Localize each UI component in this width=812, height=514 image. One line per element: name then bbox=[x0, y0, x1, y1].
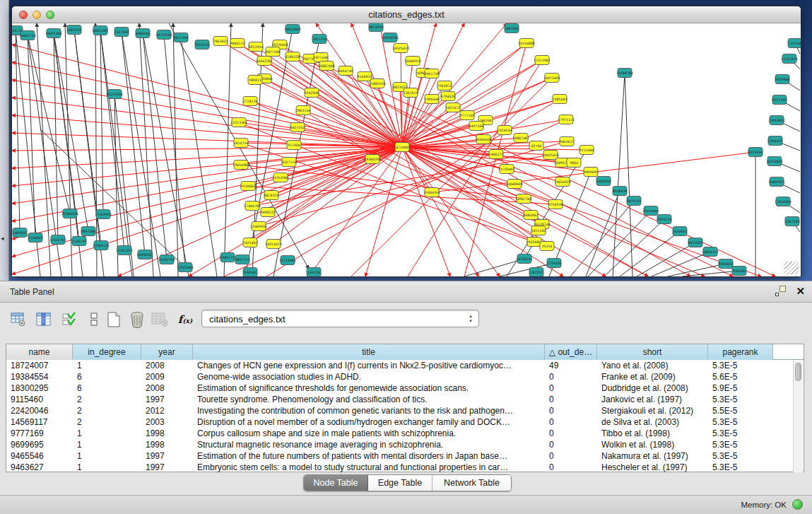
table-row[interactable]: 969969511998Structural magnetic resonanc… bbox=[6, 439, 804, 450]
graph-node[interactable]: 18325419 bbox=[392, 44, 408, 53]
graph-node[interactable]: 9245652 bbox=[719, 259, 734, 269]
graph-node[interactable]: 9777169 bbox=[460, 111, 475, 120]
graph-node[interactable]: 9227342 bbox=[772, 95, 787, 105]
column-header-in_degree[interactable]: in_degree bbox=[73, 344, 141, 360]
graph-node[interactable]: 10807487 bbox=[512, 134, 529, 143]
graph-node[interactable]: 8813054 bbox=[369, 23, 384, 32]
graph-node[interactable]: 924501 bbox=[243, 268, 257, 277]
graph-node[interactable]: 163124 bbox=[307, 268, 321, 277]
graph-node[interactable]: 14136141 bbox=[516, 255, 532, 264]
table-row[interactable]: 1830029562008Estimation of significance … bbox=[6, 382, 804, 394]
graph-node[interactable]: 917004 bbox=[287, 141, 301, 150]
graph-node[interactable]: 7425402 bbox=[243, 238, 258, 247]
graph-node[interactable]: 8684067 bbox=[524, 211, 539, 220]
graph-node[interactable]: 2935114 bbox=[657, 215, 672, 224]
graph-node[interactable]: 8215953 bbox=[748, 148, 763, 157]
graph-node[interactable]: 14055714 bbox=[19, 31, 35, 40]
graph-node[interactable]: 989013 bbox=[248, 76, 262, 85]
table-row[interactable]: 946362711997Embryonic stem cells: a mode… bbox=[6, 462, 804, 473]
graph-node[interactable]: 8454749 bbox=[339, 66, 353, 76]
graph-node[interactable]: 12505135 bbox=[93, 241, 109, 250]
graph-node[interactable]: 7663822 bbox=[213, 37, 228, 46]
graph-node[interactable]: 19166852 bbox=[240, 182, 256, 191]
graph-node[interactable]: 8471626 bbox=[688, 238, 703, 247]
graph-node[interactable]: 17957253 bbox=[116, 246, 132, 255]
memory-status-indicator[interactable] bbox=[792, 499, 803, 510]
graph-node[interactable]: 6466161 bbox=[136, 29, 151, 38]
graph-node[interactable]: 2687682 bbox=[505, 24, 519, 33]
graph-node[interactable]: 18300295 bbox=[364, 155, 380, 164]
graph-node[interactable]: 2718126 bbox=[243, 97, 258, 106]
graph-node[interactable]: 121154 bbox=[788, 39, 801, 48]
table-row[interactable]: 911546021997Tourette syndrome. Phenomeno… bbox=[6, 394, 804, 405]
graph-node[interactable]: 1640954 bbox=[596, 177, 611, 186]
graph-node[interactable]: 20691406 bbox=[45, 29, 61, 38]
graph-node[interactable]: 12213363 bbox=[230, 118, 247, 127]
graph-node[interactable]: 15720407 bbox=[498, 165, 514, 174]
graph-node[interactable]: 12923448 bbox=[177, 263, 193, 272]
graph-node[interactable]: 15885520 bbox=[369, 79, 385, 88]
graph-node[interactable]: 8427552 bbox=[290, 123, 305, 132]
table-row[interactable]: 2242004622012Investigating the contribut… bbox=[6, 405, 804, 416]
graph-node[interactable]: 19654985 bbox=[233, 160, 249, 170]
column-header-year[interactable]: year bbox=[141, 344, 193, 360]
graph-node[interactable]: 9498222 bbox=[261, 208, 276, 217]
graph-node[interactable]: 18724007 bbox=[394, 143, 410, 152]
graph-node[interactable]: 8912954 bbox=[249, 42, 264, 52]
graph-node[interactable]: 6961758 bbox=[425, 69, 440, 78]
table-row[interactable]: 1872400712008Changes of HCN gene express… bbox=[6, 360, 804, 371]
graph-node[interactable]: 12409934 bbox=[250, 222, 266, 231]
graph-node[interactable]: 7632621 bbox=[673, 227, 688, 236]
table-row[interactable]: 1456911722003Disruption of a novel membe… bbox=[6, 416, 804, 428]
column-header-name[interactable]: name bbox=[6, 344, 73, 360]
graph-node[interactable]: 12213967 bbox=[534, 56, 550, 65]
delete-rows-icon[interactable] bbox=[127, 309, 147, 330]
graph-node[interactable]: 9097588 bbox=[81, 227, 96, 236]
graph-node[interactable]: 15751074 bbox=[781, 54, 797, 64]
graph-node[interactable]: 1871546 bbox=[314, 53, 329, 62]
graph-node[interactable]: 2803144 bbox=[296, 106, 311, 115]
network-canvas[interactable]: 9935721140557142069140610653321005328715… bbox=[12, 23, 801, 276]
panel-format-icon[interactable] bbox=[84, 309, 104, 330]
graph-node[interactable]: 10053287 bbox=[92, 26, 108, 35]
graph-node[interactable]: 16914479 bbox=[265, 240, 281, 249]
table-row[interactable]: 946554611997Estimation of the future num… bbox=[6, 450, 804, 462]
column-header-pagerank[interactable]: pagerank bbox=[708, 344, 773, 360]
graph-node[interactable]: 18907249 bbox=[515, 194, 531, 204]
graph-node[interactable]: 9671355 bbox=[174, 33, 189, 42]
network-window-titlebar[interactable]: citations_edges.txt bbox=[12, 6, 801, 23]
table-row[interactable]: 977716911998Corpus callosum shape and si… bbox=[6, 428, 804, 439]
graph-node[interactable]: 20206536 bbox=[61, 209, 78, 218]
table-selector-dropdown[interactable]: citations_edges.txt bbox=[201, 310, 479, 327]
graph-node[interactable]: 8186328 bbox=[286, 52, 300, 62]
graph-node[interactable]: 10654112 bbox=[702, 247, 718, 257]
graph-node[interactable]: 15716485 bbox=[279, 256, 295, 265]
graph-node[interactable]: 7955812 bbox=[437, 81, 452, 90]
graph-node[interactable]: 6794028 bbox=[441, 92, 456, 101]
graph-node[interactable]: 9146821 bbox=[358, 72, 372, 81]
graph-node[interactable]: 10688609 bbox=[506, 180, 522, 189]
tab-node-table[interactable]: Node Table bbox=[304, 475, 368, 491]
graph-node[interactable]: 19384554 bbox=[423, 188, 440, 197]
graph-node[interactable]: 19218596 bbox=[382, 33, 398, 42]
graph-node[interactable]: 1990448 bbox=[425, 95, 440, 104]
graph-node[interactable]: 12093832 bbox=[768, 116, 784, 125]
graph-node[interactable]: 8267110 bbox=[282, 158, 297, 167]
show-columns-icon[interactable] bbox=[34, 309, 54, 330]
column-header-short[interactable]: short bbox=[597, 344, 708, 360]
graph-node[interactable]: 16782759 bbox=[158, 255, 175, 264]
graph-node[interactable]: 1615182 bbox=[531, 226, 546, 235]
graph-node[interactable]: 20867608 bbox=[318, 62, 334, 71]
graph-node[interactable]: 17975115 bbox=[558, 115, 574, 124]
graph-node[interactable]: 17359924 bbox=[95, 210, 111, 219]
tab-edge-table[interactable]: Edge Table bbox=[368, 475, 433, 491]
graph-node[interactable]: 1624554 bbox=[498, 126, 512, 135]
graph-node[interactable]: 9463627 bbox=[560, 137, 575, 146]
window-resize-grip[interactable] bbox=[784, 262, 799, 274]
graph-node[interactable]: 9827508 bbox=[266, 47, 281, 57]
graph-node[interactable]: 1156869 bbox=[28, 233, 43, 243]
divider-collapse-arrow-icon[interactable]: ◂ bbox=[1, 235, 4, 242]
column-header-title[interactable]: title bbox=[193, 344, 545, 360]
control-panel-divider[interactable]: ◂ bbox=[0, 0, 9, 281]
graph-node[interactable]: 16640910 bbox=[404, 57, 420, 66]
